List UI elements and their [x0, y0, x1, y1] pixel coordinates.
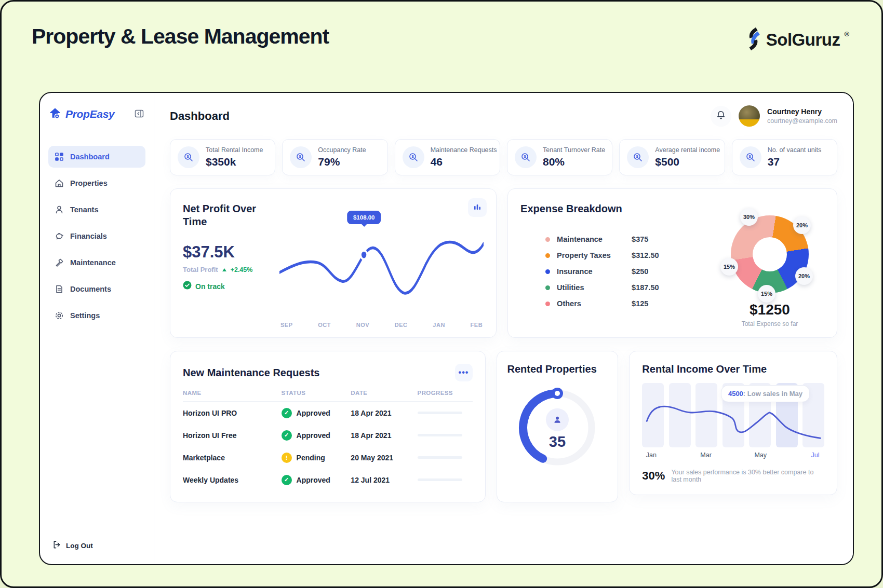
piggy-bank-icon	[55, 231, 64, 241]
slice-label: 30%	[740, 208, 758, 226]
expense-total: $1250	[750, 302, 790, 318]
table-header: NAME STATUS DATE PROGRESS	[183, 390, 473, 402]
collapse-icon	[134, 113, 144, 120]
user-email: courtney@example.com	[767, 117, 837, 125]
legend-item: Insurance $250	[545, 267, 668, 276]
request-date: 18 Apr 2021	[351, 409, 417, 417]
sidebar-item-settings[interactable]: Settings	[48, 305, 145, 326]
axis-label: May	[754, 452, 767, 459]
notifications-button[interactable]	[711, 106, 731, 127]
search-dollar-icon: $	[403, 146, 424, 168]
sidebar-item-label: Financials	[70, 232, 107, 240]
svg-text:$: $	[636, 154, 639, 159]
svg-text:$: $	[299, 154, 302, 159]
svg-text:$: $	[186, 154, 189, 159]
legend-label: Insurance	[557, 267, 632, 276]
slice-label: 15%	[758, 285, 775, 303]
hammer-icon	[55, 258, 64, 267]
sidebar-item-maintenance[interactable]: Maintenance	[48, 252, 145, 274]
logout-icon	[52, 540, 61, 551]
legend-dot	[545, 269, 550, 274]
propeasy-logo: PropEasy	[48, 106, 114, 122]
net-profit-status: On track	[195, 282, 225, 291]
tooltip-text: : Low sales in May	[743, 390, 802, 398]
bell-icon	[716, 110, 726, 122]
stat-value: 79%	[318, 156, 366, 168]
progress-bar	[418, 478, 462, 481]
propeasy-house-icon	[48, 106, 62, 122]
check-circle-icon	[183, 281, 192, 292]
stat-value: $500	[655, 156, 720, 168]
stat-card-average-rental-income: $ Average rental income $500	[619, 139, 725, 175]
legend-item: Property Taxes $312.50	[545, 251, 668, 259]
document-icon	[55, 284, 64, 294]
axis-label: Jan	[646, 452, 657, 459]
status-badge: Approved	[297, 476, 330, 484]
legend-value: $125	[632, 299, 668, 308]
table-row: Horizon UI Free ✓ Approved 18 Apr 2021	[183, 424, 473, 446]
sidebar-item-properties[interactable]: Properties	[48, 172, 145, 194]
search-dollar-icon: $	[515, 146, 537, 168]
expense-legend: Maintenance $375 Property Taxes $312.50 …	[545, 235, 668, 308]
request-name: Horizon UI Free	[183, 431, 282, 440]
sidebar-item-label: Maintenance	[70, 258, 116, 267]
stat-label: Total Rental Income	[206, 146, 263, 154]
app-window: PropEasy	[39, 92, 854, 565]
net-profit-title: Net Profit Over Time	[183, 202, 270, 228]
approved-check-icon: ✓	[282, 408, 292, 418]
stat-label: Occupancy Rate	[318, 146, 366, 154]
rental-income-title: Rental Income Over Time	[642, 363, 824, 376]
registered-mark: ®	[844, 30, 849, 38]
legend-label: Property Taxes	[557, 251, 632, 259]
net-profit-value-label: Total Profit	[183, 266, 218, 274]
sidebar: PropEasy	[40, 93, 154, 564]
column-header: DATE	[351, 390, 417, 396]
axis-label: SEP	[280, 322, 293, 328]
axis-label: JAN	[433, 322, 445, 328]
axis-label: FEB	[471, 322, 483, 328]
slice-label: 15%	[720, 258, 738, 276]
stat-value: 46	[431, 156, 497, 168]
sidebar-item-documents[interactable]: Documents	[48, 278, 145, 300]
sidebar-item-financials[interactable]: Financials	[48, 225, 145, 247]
sidebar-item-label: Properties	[70, 179, 108, 187]
status-badge: Approved	[297, 409, 330, 417]
request-name: Horizon UI PRO	[183, 409, 282, 417]
search-dollar-icon: $	[290, 146, 312, 168]
logout-button[interactable]: Log Out	[48, 538, 145, 553]
sidebar-item-dashboard[interactable]: Dashboard	[48, 146, 145, 168]
user-avatar[interactable]	[739, 105, 760, 127]
logout-label: Log Out	[66, 542, 93, 550]
sidebar-collapse-button[interactable]	[133, 108, 145, 120]
svg-text:$: $	[411, 154, 414, 159]
stat-label: Tenant Turnover Rate	[543, 146, 605, 154]
request-name: Weekly Updates	[183, 476, 282, 484]
status-badge: Approved	[297, 431, 330, 440]
rental-income-chart: 4500: Low sales in May	[642, 383, 824, 447]
stat-card-occupancy-rate: $ Occupancy Rate 79%	[282, 139, 387, 175]
legend-dot	[545, 253, 550, 258]
rented-title: Rented Properties	[507, 363, 597, 376]
sidebar-item-tenants[interactable]: Tenants	[48, 199, 145, 221]
gear-icon	[55, 311, 64, 320]
maintenance-requests-card: New Maintenance Requests ••• NAME STATUS…	[170, 351, 486, 502]
pending-exclamation-icon: !	[282, 453, 292, 463]
net-profit-card: Net Profit Over Time $37.5K Total Profit…	[170, 188, 497, 338]
search-dollar-icon: $	[740, 146, 761, 168]
axis-label: Jul	[811, 452, 819, 459]
stat-card-maintenance-requests: $ Maintenance Requests 46	[395, 139, 500, 175]
legend-dot	[545, 237, 550, 242]
svg-text:$: $	[748, 154, 751, 159]
legend-value: $187.50	[632, 283, 668, 292]
legend-value: $312.50	[632, 251, 668, 259]
requests-menu-button[interactable]: •••	[455, 364, 473, 381]
request-date: 18 Apr 2021	[351, 431, 417, 440]
net-profit-tooltip: $108.00	[347, 211, 381, 224]
dashboard-grid-icon	[55, 152, 64, 161]
tooltip-value: 4500	[728, 390, 743, 398]
search-dollar-icon: $	[178, 146, 199, 168]
legend-label: Utilities	[557, 283, 632, 292]
home-icon	[55, 179, 64, 188]
stat-card-total-rental-income: $ Total Rental Income $350k	[170, 139, 275, 175]
legend-dot	[545, 302, 550, 306]
